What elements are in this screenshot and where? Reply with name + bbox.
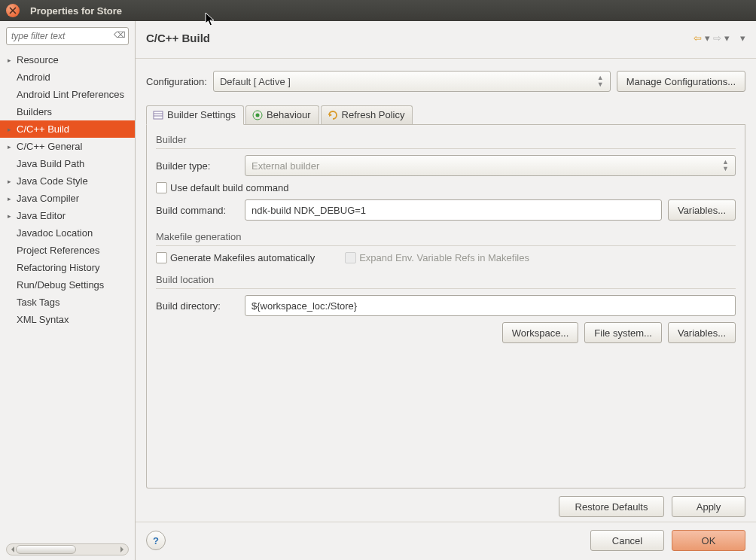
cancel-button[interactable]: Cancel [590,530,664,551]
svg-rect-0 [154,111,163,119]
combo-caret-icon: ▲▼ [597,75,604,88]
tree-item-label: C/C++ Build [17,123,69,135]
use-default-build-label: Use default build command [170,182,289,193]
sidebar: ⌫ ▸ResourceAndroidAndroid Lint Preferenc… [0,21,136,560]
refresh-icon [328,110,338,120]
tree-item[interactable]: Project References [0,242,135,259]
footer-apply-row: Restore Defaults Apply [136,488,756,522]
tree-item-label: XML Syntax [17,314,69,325]
titlebar: Properties for Store [0,0,756,21]
tree-item-label: Builders [17,106,52,117]
nav-icons: ⇦ ▾ ⇨ ▾ ▾ [694,32,745,44]
configuration-value: Default [ Active ] [220,76,291,87]
horizontal-scrollbar[interactable] [6,543,129,555]
tree-item-label: Java Compiler [17,193,79,204]
tree-item[interactable]: XML Syntax [0,311,135,328]
tree-item[interactable]: Javadoc Location [0,224,135,242]
tree-item[interactable]: ▸C/C++ General [0,138,135,155]
svg-marker-5 [329,113,332,117]
nav-back-menu-icon[interactable]: ▾ [705,32,710,44]
builder-type-label: Builder type: [156,160,239,172]
build-directory-input[interactable] [245,295,736,316]
tab-label: Builder Settings [167,109,236,120]
tab-label: Refresh Policy [342,109,405,120]
use-default-build-checkbox[interactable]: Use default build command [156,182,289,193]
build-command-label: Build command: [156,205,239,216]
tree-item[interactable]: Android Lint Preferences [0,86,135,103]
ok-button[interactable]: OK [672,530,745,551]
tree-item-label: Java Editor [17,210,66,221]
tree-item[interactable]: Refactoring History [0,259,135,276]
tree-item-label: Android Lint Preferences [17,89,124,100]
tree-item[interactable]: Java Build Path [0,155,135,172]
expand-env-refs-checkbox: Expand Env. Variable Refs in Makefiles [345,252,529,263]
expand-arrow-icon[interactable]: ▸ [8,56,17,64]
location-variables-button[interactable]: Variables... [668,322,736,343]
builder-group-label: Builder [156,134,736,145]
tree-item[interactable]: ▸C/C++ Build [0,120,135,138]
builder-type-value: External builder [251,160,319,172]
expand-arrow-icon[interactable]: ▸ [8,212,17,220]
tree-item[interactable]: Run/Debug Settings [0,276,135,294]
filesystem-button[interactable]: File system... [584,322,662,343]
build-command-variables-button[interactable]: Variables... [668,199,736,221]
build-directory-label: Build directory: [156,300,239,312]
filter-input[interactable] [6,27,129,45]
expand-arrow-icon[interactable]: ▸ [8,195,17,202]
window-close-button[interactable] [6,4,20,17]
expand-arrow-icon[interactable]: ▸ [8,143,17,151]
apply-button[interactable]: Apply [672,496,745,517]
filter-clear-icon[interactable]: ⌫ [114,30,124,41]
checkbox-icon [156,182,167,193]
tab-label: Behaviour [267,109,311,120]
build-command-input[interactable] [245,199,662,221]
tree-item-label: Android [17,72,50,83]
nav-forward-menu-icon[interactable]: ▾ [724,32,730,44]
makefile-group-label: Makefile generation [156,231,736,242]
builder-settings-panel: Builder Builder type: External builder ▲… [146,125,745,488]
tab-builder-settings[interactable]: Builder Settings [146,105,244,125]
nav-back-icon[interactable]: ⇦ [694,32,702,44]
expand-arrow-icon[interactable]: ▸ [8,178,17,185]
tree-item-label: Javadoc Location [17,227,93,239]
tree-item[interactable]: ▸Java Editor [0,207,135,224]
builder-settings-icon [153,110,163,120]
tree-item[interactable]: Task Tags [0,294,135,311]
builder-type-combo: External builder ▲▼ [245,155,736,176]
tab-refresh-policy[interactable]: Refresh Policy [321,105,413,124]
tree-item-label: Task Tags [17,297,60,308]
tree-item-label: Project References [17,245,100,256]
tree-item[interactable]: ▸Java Code Style [0,172,135,190]
tree-item[interactable]: ▸Java Compiler [0,190,135,207]
tree-item-label: Refactoring History [17,262,100,273]
tree-item[interactable]: Builders [0,103,135,120]
scrollbar-thumb[interactable] [16,545,76,554]
checkbox-icon [156,252,167,263]
nav-forward-icon: ⇨ [713,32,721,44]
tree-item[interactable]: Android [0,68,135,86]
manage-configurations-button[interactable]: Manage Configurations... [617,71,745,92]
tree-item-label: Java Build Path [17,158,84,169]
restore-defaults-button[interactable]: Restore Defaults [559,496,664,517]
svg-point-4 [256,113,260,117]
workspace-button[interactable]: Workspace... [502,322,579,343]
checkbox-icon [345,252,356,263]
page-menu-icon[interactable]: ▾ [740,32,745,44]
page-header: C/C++ Build ⇦ ▾ ⇨ ▾ ▾ [136,21,756,59]
tab-behaviour[interactable]: Behaviour [245,105,319,124]
tree-item-label: Run/Debug Settings [17,279,104,291]
configuration-combo[interactable]: Default [ Active ] ▲▼ [213,71,611,92]
configuration-label: Configuration: [146,76,207,87]
tab-bar: Builder Settings Behaviour Refresh Polic… [146,105,745,125]
footer-dialog-row: ? Cancel OK [136,522,756,560]
expand-env-refs-label: Expand Env. Variable Refs in Makefiles [359,252,529,263]
property-tree: ▸ResourceAndroidAndroid Lint Preferences… [0,50,135,542]
tree-item-label: C/C++ General [17,141,82,152]
tree-item-label: Resource [17,54,59,65]
generate-makefiles-checkbox[interactable]: Generate Makefiles automatically [156,252,315,263]
generate-makefiles-label: Generate Makefiles automatically [170,252,315,263]
help-button[interactable]: ? [146,531,166,550]
expand-arrow-icon[interactable]: ▸ [8,126,17,133]
tree-item[interactable]: ▸Resource [0,51,135,68]
page-title: C/C++ Build [146,32,210,44]
